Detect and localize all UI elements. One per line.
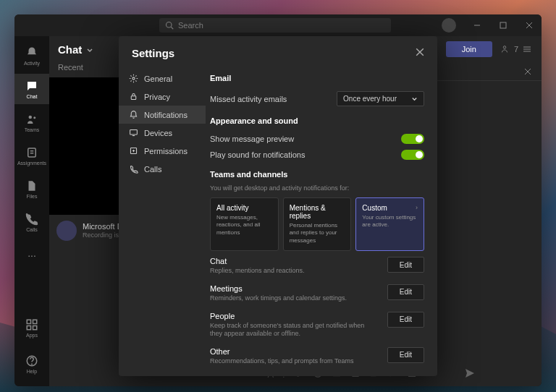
participant-count: 7 [514,45,518,54]
section-meetings-title: Meetings [210,284,379,293]
section-other-sub: Recommendations, tips, and prompts from … [210,357,379,366]
chevron-down-icon[interactable] [86,46,93,54]
card-all-activity[interactable]: All activity New messages, reactions, an… [210,197,279,251]
rail-files[interactable]: Files [14,174,49,204]
card-custom[interactable]: Custom› Your custom settings are active. [355,197,424,251]
svg-rect-5 [27,320,30,323]
svg-point-0 [167,22,172,28]
search-icon [165,21,174,30]
email-heading: Email [210,74,424,82]
settings-content[interactable]: Email Missed activity emails Once every … [206,67,437,376]
user-avatar[interactable] [442,18,456,33]
section-other-title: Other [210,347,379,356]
appearance-heading: Appearance and sound [210,116,424,125]
svg-point-3 [33,116,35,119]
send-icon[interactable] [464,367,476,381]
chat-tab-recent[interactable]: Recent [58,63,83,72]
rail-assignments[interactable]: Assignments [14,140,49,171]
svg-rect-7 [27,325,30,329]
preview-toggle[interactable] [401,134,424,144]
nav-general[interactable]: General [119,69,206,88]
svg-rect-17 [131,96,136,100]
chat-edit-button[interactable]: Edit [387,257,424,273]
close-button[interactable] [517,14,542,36]
svg-point-10 [32,364,33,365]
close-tab-icon[interactable] [524,65,531,78]
settings-title: Settings [132,47,174,59]
settings-dialog: Settings General Privacy Notifications D… [119,36,437,376]
chat-title: Chat [58,43,82,56]
rail-activity[interactable]: Activity [14,41,49,71]
teams-subtext: You will get desktop and activity notifi… [210,184,424,192]
chevron-down-icon [411,95,418,102]
svg-rect-18 [130,129,138,135]
nav-devices[interactable]: Devices [119,124,206,142]
titlebar: Search [14,14,542,36]
settings-nav: General Privacy Notifications Devices Pe… [119,67,206,376]
svg-rect-6 [33,320,37,323]
svg-point-11 [503,46,506,49]
svg-rect-1 [500,22,506,28]
search-box[interactable]: Search [159,18,391,33]
settings-close-icon[interactable] [416,46,424,59]
missed-emails-label: Missed activity emails [210,95,287,103]
section-people-title: People [210,312,379,320]
card-mentions-replies[interactable]: Mentions & replies Personal mentions and… [283,197,352,251]
nav-permissions[interactable]: Permissions [119,142,206,160]
search-placeholder: Search [178,21,203,30]
svg-point-16 [132,77,135,80]
sound-toggle[interactable] [401,150,424,160]
join-button[interactable]: Join [446,41,492,57]
rail-calls[interactable]: Calls [14,207,49,237]
app-rail: Activity Chat Teams Assignments Files Ca… [14,36,49,386]
nav-notifications[interactable]: Notifications [119,106,206,124]
sound-label: Play sound for notifications [210,150,305,159]
missed-emails-select[interactable]: Once every hour [337,91,424,106]
preview-label: Show message preview [210,135,294,143]
people-edit-button[interactable]: Edit [387,312,424,328]
svg-point-2 [29,115,33,119]
chevron-right-icon: › [416,204,418,211]
rail-apps[interactable]: Apps [14,312,49,343]
rail-help[interactable]: Help [14,349,49,379]
nav-calls[interactable]: Calls [119,160,206,178]
rail-teams[interactable]: Teams [14,107,49,137]
hamburger-icon [523,45,531,54]
section-chat-sub: Replies, mentions and reactions. [210,267,379,276]
maximize-button[interactable] [491,14,515,36]
teams-heading: Teams and channels [210,170,424,179]
chat-avatar [56,221,77,241]
svg-rect-8 [33,325,37,329]
meeting-options[interactable]: 7 [500,44,531,54]
nav-privacy[interactable]: Privacy [119,88,206,106]
section-meetings-sub: Reminders, work timings and calendar set… [210,294,379,303]
other-edit-button[interactable]: Edit [387,347,424,363]
section-chat-title: Chat [210,257,379,265]
rail-more[interactable]: ··· [14,240,49,270]
section-people-sub: Keep track of someone's status and get n… [210,322,379,338]
rail-chat[interactable]: Chat [14,74,49,104]
minimize-button[interactable] [465,14,489,36]
meetings-edit-button[interactable]: Edit [387,284,424,300]
